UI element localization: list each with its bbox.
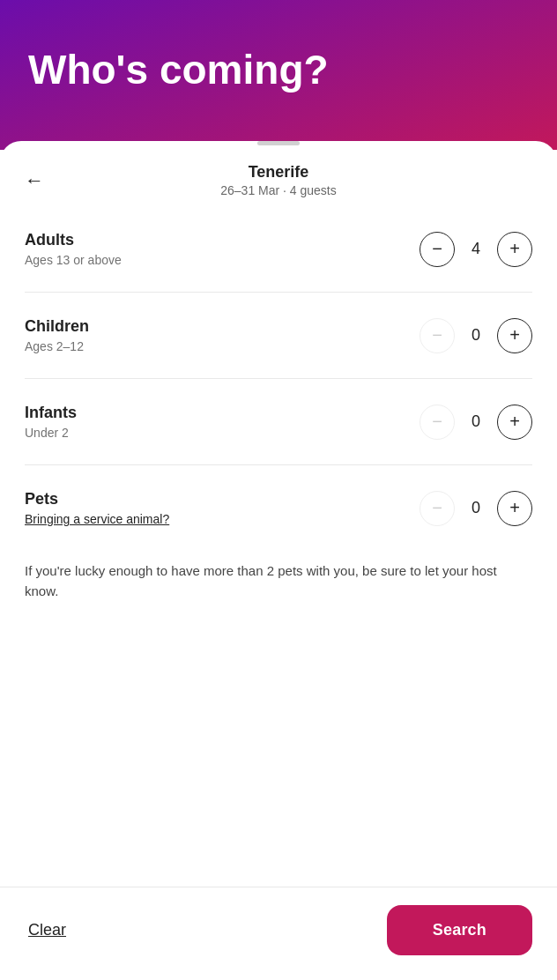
search-button[interactable]: Search: [387, 905, 532, 955]
infants-row: Infants Under 2 − 0 +: [25, 379, 532, 465]
bottom-bar: Clear Search: [0, 887, 557, 980]
pets-label: Pets Bringing a service animal?: [25, 490, 420, 526]
pets-counter: − 0 +: [420, 491, 532, 526]
adults-counter: − 4 +: [420, 232, 532, 267]
destination-info: Tenerife 26–31 Mar · 4 guests: [220, 163, 337, 197]
page-header: Who's coming?: [0, 0, 557, 150]
destination-name: Tenerife: [220, 163, 337, 182]
children-age: Ages 2–12: [25, 339, 420, 353]
back-button[interactable]: ←: [21, 166, 48, 196]
children-label: Children Ages 2–12: [25, 317, 420, 353]
pets-count: 0: [467, 499, 485, 517]
pets-type: Pets: [25, 490, 420, 509]
guest-section: Adults Ages 13 or above − 4 + Children A…: [0, 206, 557, 551]
pets-decrement-button[interactable]: −: [420, 491, 455, 526]
children-type: Children: [25, 317, 420, 336]
pets-increment-button[interactable]: +: [497, 491, 532, 526]
clear-button[interactable]: Clear: [25, 914, 70, 947]
destination-dates: 26–31 Mar · 4 guests: [220, 183, 337, 197]
sheet-header: ← Tenerife 26–31 Mar · 4 guests: [0, 145, 557, 206]
adults-increment-button[interactable]: +: [497, 232, 532, 267]
page-title: Who's coming?: [28, 48, 329, 93]
adults-decrement-button[interactable]: −: [420, 232, 455, 267]
adults-row: Adults Ages 13 or above − 4 +: [25, 206, 532, 293]
adults-type: Adults: [25, 231, 420, 249]
adults-label: Adults Ages 13 or above: [25, 231, 420, 267]
children-increment-button[interactable]: +: [497, 318, 532, 353]
back-arrow-icon: ←: [25, 169, 44, 192]
children-decrement-button[interactable]: −: [420, 318, 455, 353]
adults-age: Ages 13 or above: [25, 253, 420, 267]
pets-row: Pets Bringing a service animal? − 0 +: [25, 465, 532, 551]
pets-service-link: Bringing a service animal?: [25, 512, 420, 526]
children-count: 0: [467, 326, 485, 345]
infants-age: Under 2: [25, 426, 420, 440]
adults-count: 4: [467, 240, 485, 258]
infants-decrement-button[interactable]: −: [420, 405, 455, 440]
service-animal-link[interactable]: Bringing a service animal?: [25, 512, 169, 526]
infants-count: 0: [467, 412, 485, 431]
bottom-sheet: ← Tenerife 26–31 Mar · 4 guests Adults A…: [0, 141, 557, 828]
infants-label: Infants Under 2: [25, 404, 420, 440]
infants-increment-button[interactable]: +: [497, 405, 532, 440]
infants-type: Infants: [25, 404, 420, 422]
children-counter: − 0 +: [420, 318, 532, 353]
infants-counter: − 0 +: [420, 405, 532, 440]
pets-info-text: If you're lucky enough to have more than…: [0, 551, 557, 619]
children-row: Children Ages 2–12 − 0 +: [25, 293, 532, 379]
